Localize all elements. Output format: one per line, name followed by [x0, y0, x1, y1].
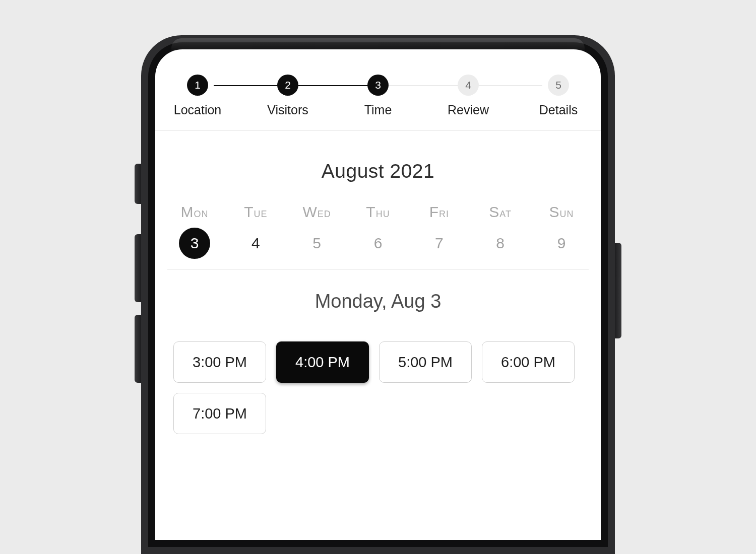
day-of-week-label: Fri: [429, 203, 449, 221]
day-of-week-label: Thu: [366, 203, 390, 221]
day-number[interactable]: 7: [423, 228, 455, 259]
day-of-week-label: Sun: [549, 203, 574, 221]
day-sun[interactable]: Sun9: [536, 203, 587, 259]
time-slot[interactable]: 4:00 PM: [276, 341, 369, 383]
step-label: Visitors: [267, 103, 308, 117]
day-number[interactable]: 5: [301, 228, 333, 259]
step-review[interactable]: 4Review: [443, 75, 493, 117]
time-slot[interactable]: 6:00 PM: [482, 341, 575, 383]
step-label: Review: [448, 103, 489, 117]
stepper: 1Location2Visitors3Time4Review5Details: [155, 49, 601, 131]
phone-bezel: 1Location2Visitors3Time4Review5Details A…: [148, 42, 608, 547]
screen: 1Location2Visitors3Time4Review5Details A…: [155, 49, 601, 540]
day-number[interactable]: 4: [240, 228, 271, 259]
selected-date-heading: Monday, Aug 3: [155, 291, 601, 312]
day-number[interactable]: 6: [362, 228, 394, 259]
step-visitors[interactable]: 2Visitors: [263, 75, 313, 117]
time-slot-grid: 3:00 PM4:00 PM5:00 PM6:00 PM7:00 PM: [155, 341, 601, 434]
day-tue[interactable]: Tue4: [230, 203, 281, 259]
divider: [167, 269, 589, 269]
day-of-week-label: Wed: [302, 203, 331, 221]
step-number-badge: 5: [548, 75, 569, 96]
step-location[interactable]: 1Location: [172, 75, 223, 117]
time-slot[interactable]: 7:00 PM: [173, 393, 266, 434]
time-slot[interactable]: 3:00 PM: [173, 341, 266, 383]
day-fri[interactable]: Fri7: [414, 203, 464, 259]
day-number[interactable]: 3: [179, 228, 210, 259]
step-number-badge: 1: [187, 75, 208, 96]
phone-volume-down-button: [135, 315, 141, 383]
day-wed[interactable]: Wed5: [292, 203, 342, 259]
step-label: Details: [539, 103, 578, 117]
step-time[interactable]: 3Time: [353, 75, 403, 117]
day-number[interactable]: 9: [546, 228, 577, 259]
time-slot[interactable]: 5:00 PM: [379, 341, 472, 383]
phone-volume-up-button: [135, 234, 141, 302]
step-details[interactable]: 5Details: [533, 75, 584, 117]
phone-power-button: [615, 243, 621, 338]
day-number[interactable]: 8: [485, 228, 516, 259]
day-of-week-label: Tue: [244, 203, 267, 221]
month-title: August 2021: [155, 160, 601, 182]
step-number-badge: 2: [277, 75, 298, 96]
phone-frame: 1Location2Visitors3Time4Review5Details A…: [141, 35, 615, 554]
day-thu[interactable]: Thu6: [353, 203, 403, 259]
step-number-badge: 4: [458, 75, 479, 96]
phone-side-button: [135, 164, 141, 204]
step-number-badge: 3: [367, 75, 389, 96]
day-of-week-label: Sat: [489, 203, 512, 221]
week-day-row: Mon3Tue4Wed5Thu6Fri7Sat8Sun9: [155, 203, 601, 259]
step-label: Time: [364, 103, 392, 117]
step-label: Location: [174, 103, 222, 117]
day-sat[interactable]: Sat8: [475, 203, 526, 259]
day-mon[interactable]: Mon3: [169, 203, 220, 259]
day-of-week-label: Mon: [181, 203, 209, 221]
